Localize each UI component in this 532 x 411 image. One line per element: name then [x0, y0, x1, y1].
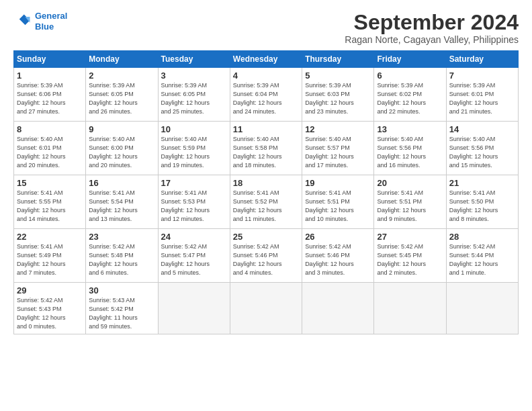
calendar-cell: 18Sunrise: 5:41 AM Sunset: 5:52 PM Dayli…	[230, 175, 302, 229]
day-detail: Sunrise: 5:39 AM Sunset: 6:05 PM Dayligh…	[89, 81, 154, 116]
calendar-cell: 11Sunrise: 5:40 AM Sunset: 5:58 PM Dayli…	[230, 122, 302, 175]
day-detail: Sunrise: 5:41 AM Sunset: 5:54 PM Dayligh…	[89, 189, 154, 224]
calendar-cell: 14Sunrise: 5:40 AM Sunset: 5:56 PM Dayli…	[446, 122, 518, 175]
day-number: 29	[17, 285, 83, 295]
day-detail: Sunrise: 5:39 AM Sunset: 6:05 PM Dayligh…	[161, 81, 227, 116]
calendar-cell: 1Sunrise: 5:39 AM Sunset: 6:06 PM Daylig…	[14, 68, 86, 122]
day-detail: Sunrise: 5:42 AM Sunset: 5:47 PM Dayligh…	[161, 242, 227, 277]
day-number: 30	[89, 285, 154, 295]
calendar-cell: 20Sunrise: 5:41 AM Sunset: 5:51 PM Dayli…	[374, 175, 446, 229]
calendar-cell: 19Sunrise: 5:41 AM Sunset: 5:51 PM Dayli…	[302, 175, 374, 229]
day-detail: Sunrise: 5:42 AM Sunset: 5:45 PM Dayligh…	[377, 242, 443, 277]
calendar-cell: 4Sunrise: 5:39 AM Sunset: 6:04 PM Daylig…	[230, 68, 302, 122]
calendar-cell: 10Sunrise: 5:40 AM Sunset: 5:59 PM Dayli…	[158, 122, 230, 175]
day-detail: Sunrise: 5:40 AM Sunset: 6:00 PM Dayligh…	[89, 135, 154, 170]
day-number: 19	[305, 178, 371, 188]
day-detail: Sunrise: 5:40 AM Sunset: 5:58 PM Dayligh…	[233, 135, 299, 170]
calendar-cell: 29Sunrise: 5:42 AM Sunset: 5:43 PM Dayli…	[14, 283, 86, 334]
day-number: 7	[449, 71, 515, 81]
logo-icon	[13, 12, 32, 31]
day-detail: Sunrise: 5:39 AM Sunset: 6:03 PM Dayligh…	[305, 81, 371, 116]
calendar-cell	[158, 283, 230, 334]
day-number: 12	[305, 124, 371, 134]
day-detail: Sunrise: 5:42 AM Sunset: 5:48 PM Dayligh…	[89, 242, 154, 277]
calendar-week-1: 1Sunrise: 5:39 AM Sunset: 6:06 PM Daylig…	[14, 68, 519, 122]
day-number: 20	[377, 178, 443, 188]
col-monday: Monday	[86, 51, 158, 68]
calendar-cell: 2Sunrise: 5:39 AM Sunset: 6:05 PM Daylig…	[86, 68, 158, 122]
calendar-table: Sunday Monday Tuesday Wednesday Thursday…	[13, 50, 519, 334]
day-detail: Sunrise: 5:40 AM Sunset: 5:59 PM Dayligh…	[161, 135, 227, 170]
calendar-cell: 8Sunrise: 5:40 AM Sunset: 6:01 PM Daylig…	[14, 122, 86, 175]
day-detail: Sunrise: 5:40 AM Sunset: 5:56 PM Dayligh…	[377, 135, 443, 170]
day-number: 10	[161, 124, 227, 134]
month-title: September 2024	[345, 11, 519, 34]
calendar-cell	[374, 283, 446, 334]
day-number: 9	[89, 124, 154, 134]
col-friday: Friday	[374, 51, 446, 68]
calendar-cell: 6Sunrise: 5:39 AM Sunset: 6:02 PM Daylig…	[374, 68, 446, 122]
calendar-cell: 25Sunrise: 5:42 AM Sunset: 5:46 PM Dayli…	[230, 229, 302, 283]
day-detail: Sunrise: 5:40 AM Sunset: 6:01 PM Dayligh…	[17, 135, 83, 170]
calendar-cell: 30Sunrise: 5:43 AM Sunset: 5:42 PM Dayli…	[86, 283, 158, 334]
calendar-week-5: 29Sunrise: 5:42 AM Sunset: 5:43 PM Dayli…	[14, 283, 519, 334]
day-number: 3	[161, 71, 227, 81]
calendar-week-3: 15Sunrise: 5:41 AM Sunset: 5:55 PM Dayli…	[14, 175, 519, 229]
calendar-cell: 5Sunrise: 5:39 AM Sunset: 6:03 PM Daylig…	[302, 68, 374, 122]
calendar-cell: 3Sunrise: 5:39 AM Sunset: 6:05 PM Daylig…	[158, 68, 230, 122]
logo-text: General Blue	[35, 11, 67, 32]
calendar-cell: 7Sunrise: 5:39 AM Sunset: 6:01 PM Daylig…	[446, 68, 518, 122]
day-detail: Sunrise: 5:40 AM Sunset: 5:57 PM Dayligh…	[305, 135, 371, 170]
day-detail: Sunrise: 5:39 AM Sunset: 6:01 PM Dayligh…	[449, 81, 515, 116]
day-number: 14	[449, 124, 515, 134]
day-number: 17	[161, 178, 227, 188]
day-number: 15	[17, 178, 83, 188]
title-block: September 2024 Ragan Norte, Cagayan Vall…	[345, 11, 519, 45]
day-number: 25	[233, 232, 299, 242]
day-detail: Sunrise: 5:42 AM Sunset: 5:43 PM Dayligh…	[17, 296, 83, 331]
day-number: 22	[17, 232, 83, 242]
day-detail: Sunrise: 5:41 AM Sunset: 5:53 PM Dayligh…	[161, 189, 227, 224]
logo-line1: General	[35, 11, 67, 21]
calendar-cell: 23Sunrise: 5:42 AM Sunset: 5:48 PM Dayli…	[86, 229, 158, 283]
calendar-cell: 9Sunrise: 5:40 AM Sunset: 6:00 PM Daylig…	[86, 122, 158, 175]
day-number: 27	[377, 232, 443, 242]
col-wednesday: Wednesday	[230, 51, 302, 68]
day-detail: Sunrise: 5:42 AM Sunset: 5:44 PM Dayligh…	[449, 242, 515, 277]
calendar-cell: 21Sunrise: 5:41 AM Sunset: 5:50 PM Dayli…	[446, 175, 518, 229]
col-sunday: Sunday	[14, 51, 86, 68]
day-detail: Sunrise: 5:39 AM Sunset: 6:04 PM Dayligh…	[233, 81, 299, 116]
day-number: 24	[161, 232, 227, 242]
day-detail: Sunrise: 5:40 AM Sunset: 5:56 PM Dayligh…	[449, 135, 515, 170]
calendar-cell: 12Sunrise: 5:40 AM Sunset: 5:57 PM Dayli…	[302, 122, 374, 175]
day-number: 21	[449, 178, 515, 188]
calendar-cell: 28Sunrise: 5:42 AM Sunset: 5:44 PM Dayli…	[446, 229, 518, 283]
location-title: Ragan Norte, Cagayan Valley, Philippines	[345, 34, 519, 45]
day-number: 11	[233, 124, 299, 134]
day-detail: Sunrise: 5:41 AM Sunset: 5:51 PM Dayligh…	[377, 189, 443, 224]
day-detail: Sunrise: 5:42 AM Sunset: 5:46 PM Dayligh…	[233, 242, 299, 277]
calendar-cell: 27Sunrise: 5:42 AM Sunset: 5:45 PM Dayli…	[374, 229, 446, 283]
calendar-cell: 13Sunrise: 5:40 AM Sunset: 5:56 PM Dayli…	[374, 122, 446, 175]
day-detail: Sunrise: 5:41 AM Sunset: 5:49 PM Dayligh…	[17, 242, 83, 277]
day-number: 5	[305, 71, 371, 81]
calendar-cell: 16Sunrise: 5:41 AM Sunset: 5:54 PM Dayli…	[86, 175, 158, 229]
day-number: 2	[89, 71, 154, 81]
day-number: 16	[89, 178, 154, 188]
calendar-cell	[446, 283, 518, 334]
day-number: 23	[89, 232, 154, 242]
day-number: 26	[305, 232, 371, 242]
calendar-cell	[302, 283, 374, 334]
page: General Blue September 2024 Ragan Norte,…	[0, 0, 532, 411]
day-detail: Sunrise: 5:41 AM Sunset: 5:51 PM Dayligh…	[305, 189, 371, 224]
col-saturday: Saturday	[446, 51, 518, 68]
day-number: 28	[449, 232, 515, 242]
day-detail: Sunrise: 5:39 AM Sunset: 6:06 PM Dayligh…	[17, 81, 83, 116]
day-number: 4	[233, 71, 299, 81]
logo-line2: Blue	[35, 21, 54, 32]
day-detail: Sunrise: 5:41 AM Sunset: 5:52 PM Dayligh…	[233, 189, 299, 224]
header-row: Sunday Monday Tuesday Wednesday Thursday…	[14, 51, 519, 68]
col-tuesday: Tuesday	[158, 51, 230, 68]
calendar-body: 1Sunrise: 5:39 AM Sunset: 6:06 PM Daylig…	[14, 68, 519, 334]
header: General Blue September 2024 Ragan Norte,…	[13, 11, 519, 45]
